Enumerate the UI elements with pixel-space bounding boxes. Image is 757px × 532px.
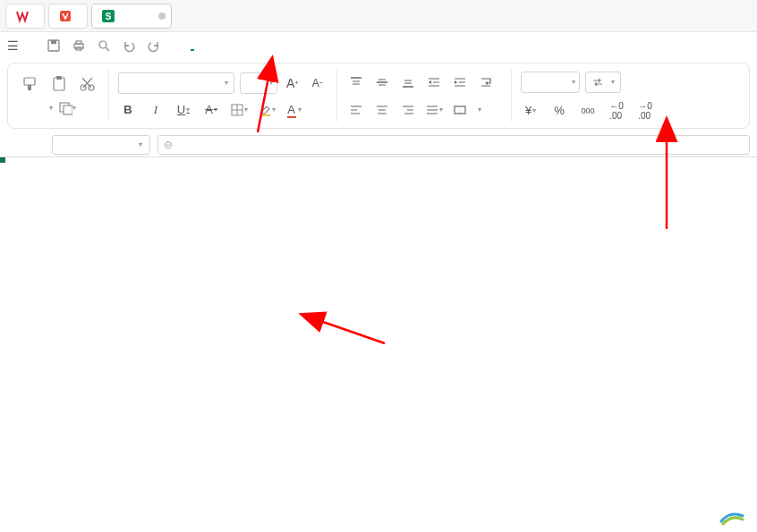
new-tab-button[interactable] [181, 4, 206, 29]
increase-indent-icon[interactable] [450, 72, 470, 92]
svg-rect-6 [76, 41, 81, 44]
svg-rect-13 [56, 76, 62, 80]
svg-line-56 [302, 315, 385, 343]
chevron-down-icon: ▾ [139, 140, 142, 148]
swoosh-icon [719, 509, 744, 527]
ribbon: ▾ ▾ ▾ ▾ A+ A− B I U▾ A▾ ▾ ▾ A▾ [7, 63, 750, 129]
wps-logo-icon [15, 9, 30, 23]
svg-line-17 [82, 78, 91, 88]
justify-icon[interactable]: ▾ [424, 100, 444, 120]
quick-access-toolbar [46, 38, 162, 54]
svg-line-16 [83, 78, 92, 88]
app-home-tab[interactable] [5, 4, 45, 29]
merge-label[interactable]: ▾ [476, 106, 481, 114]
print-preview-icon[interactable] [96, 38, 112, 54]
svg-rect-11 [28, 85, 31, 90]
formula-input[interactable]: ⊖ [157, 135, 750, 155]
number-format-select[interactable]: ▾ [521, 72, 580, 93]
comma-icon[interactable]: 000 [578, 101, 598, 121]
menu-data[interactable] [298, 41, 302, 50]
wrap-text-icon[interactable] [476, 72, 496, 92]
menu-tabs [191, 40, 436, 51]
font-select[interactable]: ▾ [118, 72, 234, 94]
align-center-icon[interactable] [372, 100, 392, 120]
border-button[interactable]: ▾ [229, 100, 249, 120]
save-icon[interactable] [46, 38, 62, 54]
align-bottom-icon[interactable] [398, 72, 418, 92]
fill-color-button[interactable]: ▾ [257, 100, 276, 120]
font-group: ▾ ▾ A+ A− B I U▾ A▾ ▾ ▾ A▾ [115, 72, 331, 120]
svg-text:S: S [106, 12, 112, 21]
merge-icon[interactable] [450, 100, 470, 120]
menu-more[interactable] [432, 41, 436, 50]
align-top-icon[interactable] [346, 72, 366, 92]
number-format-group: ▾ ▾ ¥▾ % 000 ←0.00 →0.00 [517, 72, 659, 121]
undo-icon[interactable] [121, 38, 137, 54]
increase-decimal-icon[interactable]: ←0.00 [607, 101, 626, 121]
menu-left: ☰ [7, 38, 162, 54]
align-left-icon[interactable] [346, 100, 366, 120]
percent-icon[interactable]: % [549, 101, 569, 121]
menu-member[interactable] [405, 41, 409, 50]
formula-bar: ▾ ⊖ [0, 132, 757, 157]
font-size-select[interactable]: ▾ [240, 72, 277, 94]
italic-button[interactable]: I [146, 100, 166, 120]
decrease-font-icon[interactable]: A− [308, 73, 327, 93]
menubar: ☰ [0, 32, 757, 59]
spreadsheet-icon: S [101, 9, 115, 23]
menu-page[interactable] [244, 41, 248, 50]
docer-icon [58, 9, 72, 23]
paste-label[interactable]: ▾ [47, 104, 53, 112]
svg-line-9 [106, 47, 109, 51]
svg-rect-23 [260, 114, 270, 116]
menu-view[interactable] [352, 41, 355, 50]
menu-formula[interactable] [271, 41, 275, 50]
alignment-group: ▾ ▾ [343, 72, 506, 120]
clipboard-group: ▾ ▾ [15, 73, 103, 119]
close-tab-icon[interactable] [158, 13, 166, 20]
document-tab[interactable]: S [91, 4, 172, 29]
convert-button[interactable]: ▾ [585, 72, 621, 93]
format-painter-icon[interactable] [19, 73, 42, 95]
cancel-formula-icon[interactable]: ⊖ [164, 139, 173, 151]
template-tab[interactable] [48, 4, 88, 29]
paste-icon[interactable] [47, 73, 71, 95]
svg-rect-4 [51, 40, 56, 44]
strike-button[interactable]: A▾ [201, 100, 221, 120]
svg-point-8 [99, 41, 106, 48]
name-box[interactable]: ▾ [52, 135, 150, 155]
underline-button[interactable]: U▾ [174, 100, 193, 120]
menu-insert[interactable] [217, 41, 221, 50]
svg-rect-19 [64, 106, 72, 114]
watermark [719, 509, 748, 527]
decrease-decimal-icon[interactable]: →0.00 [635, 101, 655, 121]
bold-button[interactable]: B [118, 100, 138, 120]
align-right-icon[interactable] [398, 100, 418, 120]
svg-rect-12 [54, 78, 64, 90]
font-color-button[interactable]: A▾ [285, 100, 304, 120]
increase-font-icon[interactable]: A+ [283, 73, 302, 93]
hamburger-icon[interactable]: ☰ [7, 38, 19, 53]
menu-start[interactable] [191, 40, 194, 51]
menu-review[interactable] [325, 41, 328, 50]
selection-border [0, 157, 4, 161]
print-icon[interactable] [71, 38, 87, 54]
svg-rect-10 [24, 78, 35, 85]
copy-icon[interactable]: ▾ [58, 97, 76, 119]
cut-icon[interactable] [76, 73, 99, 95]
menu-tools[interactable] [378, 41, 382, 50]
align-middle-icon[interactable] [372, 72, 392, 92]
fill-handle[interactable] [0, 157, 5, 163]
redo-icon[interactable] [146, 38, 162, 54]
currency-icon[interactable]: ¥▾ [521, 101, 540, 121]
decrease-indent-icon[interactable] [424, 72, 444, 92]
titlebar: S [0, 0, 757, 32]
